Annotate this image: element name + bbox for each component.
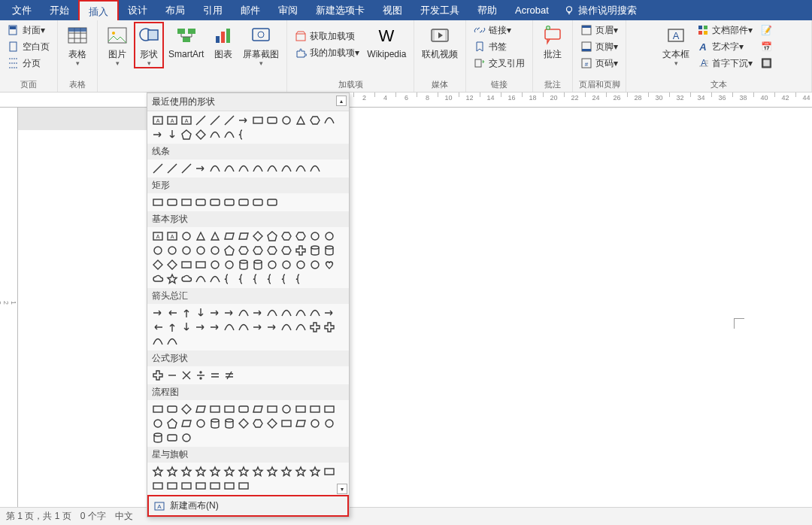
shape-plus[interactable] — [323, 320, 336, 334]
screenshot-button[interactable]: 屏幕截图▾ — [240, 22, 282, 68]
online-video-button[interactable]: 联机视频 — [419, 22, 461, 61]
shape-line[interactable] — [165, 162, 179, 175]
shape-curve[interactable] — [151, 335, 165, 348]
shape-paral[interactable] — [180, 417, 193, 430]
shape-curve[interactable] — [223, 128, 236, 141]
my-addins-button[interactable]: 我的加载项 ▾ — [292, 44, 362, 61]
shape-rrect[interactable] — [265, 114, 279, 127]
shape-curve[interactable] — [165, 335, 179, 348]
textbox-button[interactable]: A 文本框▾ — [659, 22, 692, 68]
shape-circ[interactable] — [308, 417, 322, 430]
smartart-button[interactable]: SmartArt — [165, 22, 207, 61]
shape-diamond[interactable] — [237, 417, 250, 430]
shape-diamond[interactable] — [151, 258, 165, 272]
shape-rect[interactable] — [308, 402, 322, 416]
tab-dev[interactable]: 开发工具 — [411, 0, 468, 20]
shape-circ[interactable] — [180, 229, 193, 243]
shape-arrow[interactable] — [237, 114, 250, 127]
shape-curve[interactable] — [208, 272, 222, 286]
table-button[interactable]: 表格 ▾ — [62, 22, 92, 68]
shape-curve[interactable] — [265, 306, 279, 320]
shape-uarrow[interactable] — [180, 306, 193, 320]
shape-star[interactable] — [180, 465, 193, 478]
shape-line[interactable] — [208, 114, 222, 127]
tab-references[interactable]: 引用 — [194, 0, 232, 20]
document-page[interactable] — [350, 108, 812, 507]
shape-cloud[interactable] — [151, 272, 165, 286]
shape-curve[interactable] — [280, 320, 293, 334]
shape-rrect[interactable] — [265, 196, 279, 209]
shape-circ[interactable] — [151, 244, 165, 257]
shape-cyl[interactable] — [251, 258, 265, 272]
shape-diamond[interactable] — [194, 128, 208, 141]
shape-circ[interactable] — [323, 417, 336, 430]
shape-rrect[interactable] — [165, 402, 179, 416]
shape-rrect[interactable] — [223, 196, 236, 209]
link-button[interactable]: 链接 ▾ — [471, 22, 528, 38]
page-break-button[interactable]: 分页 — [5, 55, 53, 71]
shape-neq[interactable] — [223, 369, 236, 382]
shape-rect[interactable] — [194, 479, 208, 493]
shape-circ[interactable] — [265, 258, 279, 272]
shape-rect[interactable] — [180, 258, 193, 272]
drop-cap-button[interactable]: A首字下沉 ▾ — [694, 55, 756, 71]
shape-rrect[interactable] — [165, 431, 179, 445]
shape-heart[interactable] — [323, 258, 336, 272]
shape-pent[interactable] — [180, 128, 193, 141]
blank-page-button[interactable]: 空白页 — [5, 38, 53, 55]
shape-rect[interactable] — [151, 402, 165, 416]
shape-circ[interactable] — [208, 258, 222, 272]
scroll-down-button[interactable]: ▾ — [337, 484, 347, 494]
shape-diamond[interactable] — [265, 417, 279, 430]
shape-curve[interactable] — [237, 320, 250, 334]
shape-brace[interactable] — [294, 272, 308, 286]
tab-layout[interactable]: 布局 — [156, 0, 194, 20]
shape-darrow[interactable] — [194, 306, 208, 320]
shape-line[interactable] — [223, 114, 236, 127]
shape-hex[interactable] — [280, 244, 293, 257]
shape-plus[interactable] — [151, 369, 165, 382]
shape-hex[interactable] — [251, 417, 265, 430]
shape-brace[interactable] — [251, 272, 265, 286]
shape-paral[interactable] — [223, 229, 236, 243]
get-addins-button[interactable]: 获取加载项 — [292, 28, 362, 44]
shape-curve[interactable] — [308, 162, 322, 175]
horizontal-ruler[interactable]: 2468101214161820222426283032343638404244… — [0, 93, 812, 108]
shape-rect[interactable] — [165, 479, 179, 493]
shape-diamond[interactable] — [180, 402, 193, 416]
shape-brace[interactable] — [237, 272, 250, 286]
shape-circ[interactable] — [208, 244, 222, 257]
shape-paral[interactable] — [294, 417, 308, 430]
shape-circ[interactable] — [308, 258, 322, 272]
shape-curve[interactable] — [237, 162, 250, 175]
shape-uarrow[interactable] — [165, 320, 179, 334]
shape-curve[interactable] — [294, 306, 308, 320]
shape-paral[interactable] — [237, 229, 250, 243]
quick-parts-button[interactable]: 文档部件 ▾ — [694, 22, 756, 38]
shape-rect[interactable] — [208, 479, 222, 493]
shape-hex[interactable] — [308, 114, 322, 127]
shape-curve[interactable] — [265, 162, 279, 175]
shape-star[interactable] — [308, 465, 322, 478]
shape-rect[interactable] — [180, 479, 193, 493]
shape-brace[interactable] — [237, 128, 250, 141]
shape-txtbox[interactable]: A — [165, 229, 179, 243]
status-words[interactable]: 0 个字 — [80, 510, 106, 523]
shape-brace[interactable] — [223, 272, 236, 286]
shape-curve[interactable] — [208, 128, 222, 141]
shape-arrow[interactable] — [265, 320, 279, 334]
shape-curve[interactable] — [223, 320, 236, 334]
shape-tri[interactable] — [194, 229, 208, 243]
tab-file[interactable]: 文件 — [3, 0, 41, 20]
shape-paral[interactable] — [251, 402, 265, 416]
shape-circ[interactable] — [294, 258, 308, 272]
cover-page-button[interactable]: 封面 ▾ — [5, 22, 53, 38]
shape-rect[interactable] — [223, 479, 236, 493]
tab-help[interactable]: 帮助 — [468, 0, 506, 20]
shape-txtbox[interactable]: A — [165, 114, 179, 127]
shape-rect[interactable] — [151, 196, 165, 209]
shape-txtbox[interactable]: A — [151, 114, 165, 127]
shape-arrow[interactable] — [208, 306, 222, 320]
shape-cyl[interactable] — [223, 417, 236, 430]
shape-rect[interactable] — [251, 114, 265, 127]
